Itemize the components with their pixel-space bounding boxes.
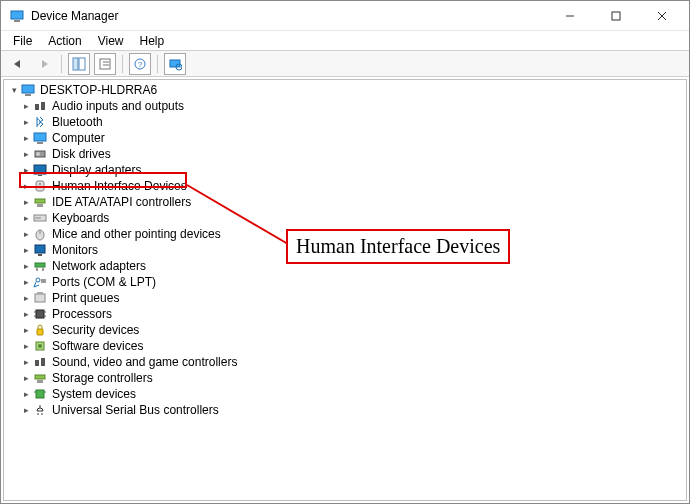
svg-rect-54 [35, 375, 45, 379]
device-manager-window: Device Manager File Action View Help ? [0, 0, 690, 504]
menu-file[interactable]: File [9, 33, 36, 49]
category-icon [32, 114, 48, 130]
svg-point-51 [38, 344, 42, 348]
caret-closed-icon[interactable] [20, 194, 32, 210]
svg-point-40 [36, 278, 40, 282]
svg-rect-36 [38, 254, 42, 256]
category-icon [32, 290, 48, 306]
caret-closed-icon[interactable] [20, 162, 32, 178]
category-node[interactable]: Display adapters [18, 162, 686, 178]
caret-closed-icon[interactable] [20, 258, 32, 274]
category-node[interactable]: Security devices [18, 322, 686, 338]
category-icon [32, 386, 48, 402]
svg-rect-56 [36, 390, 44, 398]
category-icon [32, 370, 48, 386]
category-icon [32, 306, 48, 322]
menu-action[interactable]: Action [44, 33, 85, 49]
caret-closed-icon[interactable] [20, 178, 32, 194]
svg-rect-41 [41, 279, 46, 283]
caret-closed-icon[interactable] [20, 402, 32, 418]
category-icon [32, 146, 48, 162]
device-manager-icon [9, 8, 25, 24]
device-tree[interactable]: DESKTOP-HLDRRA6 Audio inputs and outputs… [3, 79, 687, 501]
svg-rect-3 [612, 12, 620, 20]
svg-rect-53 [41, 358, 45, 366]
svg-rect-27 [35, 199, 45, 203]
category-label: Bluetooth [52, 114, 103, 130]
category-node[interactable]: System devices [18, 386, 686, 402]
caret-open-icon[interactable] [8, 82, 20, 98]
caret-closed-icon[interactable] [20, 146, 32, 162]
help-button[interactable]: ? [129, 53, 151, 75]
category-node[interactable]: Human Interface Devices [18, 178, 686, 194]
category-node[interactable]: Audio inputs and outputs [18, 98, 686, 114]
caret-closed-icon[interactable] [20, 322, 32, 338]
caret-closed-icon[interactable] [20, 338, 32, 354]
category-node[interactable]: IDE ATA/ATAPI controllers [18, 194, 686, 210]
category-icon [32, 274, 48, 290]
svg-rect-55 [37, 380, 43, 383]
category-node[interactable]: Processors [18, 306, 686, 322]
caret-closed-icon[interactable] [20, 226, 32, 242]
category-icon [32, 98, 48, 114]
minimize-button[interactable] [547, 1, 593, 31]
svg-rect-44 [36, 310, 44, 318]
caret-closed-icon[interactable] [20, 114, 32, 130]
category-icon [32, 178, 48, 194]
maximize-button[interactable] [593, 1, 639, 31]
category-icon [32, 194, 48, 210]
show-hide-tree-button[interactable] [68, 53, 90, 75]
svg-rect-37 [35, 263, 45, 267]
category-node[interactable]: Software devices [18, 338, 686, 354]
category-node[interactable]: Bluetooth [18, 114, 686, 130]
category-icon [32, 210, 48, 226]
svg-rect-38 [36, 268, 38, 271]
caret-closed-icon[interactable] [20, 242, 32, 258]
svg-rect-0 [11, 11, 23, 19]
category-node[interactable]: Print queues [18, 290, 686, 306]
category-label: Keyboards [52, 210, 109, 226]
svg-rect-49 [37, 329, 43, 335]
menu-view[interactable]: View [94, 33, 128, 49]
svg-rect-7 [79, 58, 85, 70]
category-node[interactable]: Disk drives [18, 146, 686, 162]
content-area: DESKTOP-HLDRRA6 Audio inputs and outputs… [1, 77, 689, 503]
category-node[interactable]: Universal Serial Bus controllers [18, 402, 686, 418]
root-node[interactable]: DESKTOP-HLDRRA6 [4, 82, 686, 98]
category-icon [32, 226, 48, 242]
category-node[interactable]: Storage controllers [18, 370, 686, 386]
svg-rect-20 [37, 142, 43, 144]
menu-help[interactable]: Help [136, 33, 169, 49]
svg-rect-35 [35, 245, 45, 253]
forward-button[interactable] [33, 53, 55, 75]
svg-rect-6 [73, 58, 78, 70]
category-label: Audio inputs and outputs [52, 98, 184, 114]
close-button[interactable] [639, 1, 685, 31]
category-node[interactable]: Sound, video and game controllers [18, 354, 686, 370]
caret-closed-icon[interactable] [20, 290, 32, 306]
category-node[interactable]: Keyboards [18, 210, 686, 226]
category-node[interactable]: Computer [18, 130, 686, 146]
caret-closed-icon[interactable] [20, 98, 32, 114]
caret-closed-icon[interactable] [20, 386, 32, 402]
caret-closed-icon[interactable] [20, 354, 32, 370]
category-label: Network adapters [52, 258, 146, 274]
caret-closed-icon[interactable] [20, 130, 32, 146]
annotation-callout-text: Human Interface Devices [296, 235, 500, 257]
svg-rect-1 [14, 20, 20, 22]
category-label: Security devices [52, 322, 139, 338]
caret-closed-icon[interactable] [20, 210, 32, 226]
back-button[interactable] [7, 53, 29, 75]
properties-button[interactable] [94, 53, 116, 75]
svg-rect-23 [34, 165, 46, 174]
caret-closed-icon[interactable] [20, 306, 32, 322]
svg-rect-18 [41, 102, 45, 110]
caret-closed-icon[interactable] [20, 274, 32, 290]
svg-rect-42 [35, 294, 45, 302]
category-node[interactable]: Ports (COM & LPT) [18, 274, 686, 290]
category-icon [32, 354, 48, 370]
caret-closed-icon[interactable] [20, 370, 32, 386]
svg-rect-8 [100, 59, 110, 69]
scan-hardware-button[interactable] [164, 53, 186, 75]
category-icon [32, 130, 48, 146]
